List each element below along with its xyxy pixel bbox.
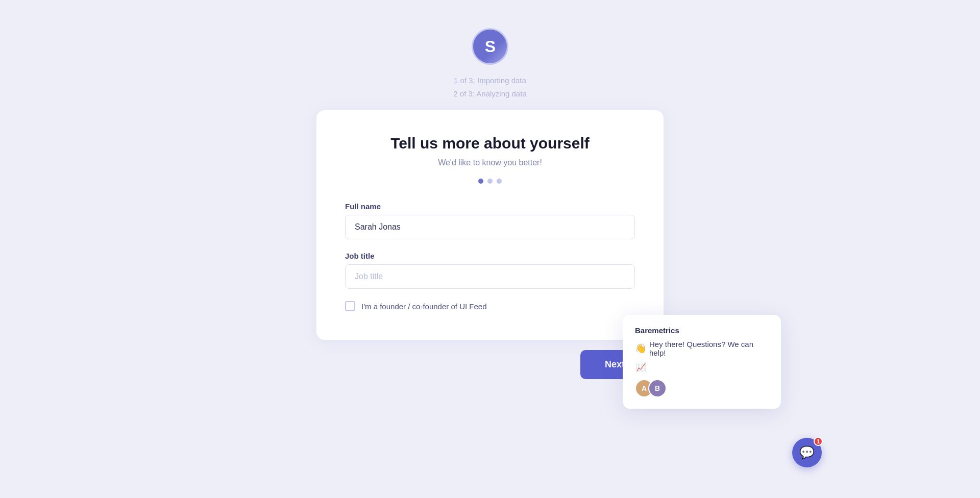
chat-avatars: A B (635, 379, 769, 397)
progress-step-2: 2 of 3: Analyzing data (453, 87, 526, 101)
form-section: Full name Job title I'm a founder / co-f… (345, 202, 635, 315)
card-subtitle: We'd like to know you better! (438, 158, 542, 167)
avatar-2: B (648, 379, 667, 397)
founder-checkbox[interactable] (345, 301, 355, 311)
card-title: Tell us more about yourself (390, 135, 590, 152)
dot-3 (497, 179, 502, 184)
logo-letter: S (485, 37, 495, 56)
chat-badge: 1 (814, 437, 823, 446)
chat-button[interactable]: 💬 1 (792, 438, 822, 467)
bottom-bar: Next → (316, 350, 664, 379)
chat-message-text: Hey there! Questions? We can help! (649, 340, 769, 357)
job-title-input[interactable] (345, 264, 635, 289)
founder-checkbox-label: I'm a founder / co-founder of UI Feed (361, 302, 487, 311)
full-name-label: Full name (345, 202, 635, 211)
logo-circle: S (472, 28, 508, 65)
job-title-label: Job title (345, 252, 635, 260)
main-card: Tell us more about yourself We'd like to… (316, 110, 664, 340)
dot-2 (487, 179, 493, 184)
chart-icon: 📈 (636, 362, 646, 372)
chat-button-icon: 💬 (799, 445, 815, 460)
progress-step-1: 1 of 3: Importing data (454, 74, 526, 87)
chat-brand: Baremetrics (635, 326, 769, 335)
next-button-label: Next (605, 359, 625, 370)
founder-checkbox-row[interactable]: I'm a founder / co-founder of UI Feed (345, 301, 635, 311)
progress-dots (478, 179, 502, 184)
full-name-input[interactable] (345, 215, 635, 239)
dot-1 (478, 179, 483, 184)
top-section: S 1 of 3: Importing data 2 of 3: Analyzi… (453, 28, 526, 100)
chat-message: 👋 Hey there! Questions? We can help! (635, 340, 769, 357)
chat-popup: Baremetrics 👋 Hey there! Questions? We c… (623, 315, 781, 409)
chat-greeting-emoji: 👋 (635, 343, 646, 354)
